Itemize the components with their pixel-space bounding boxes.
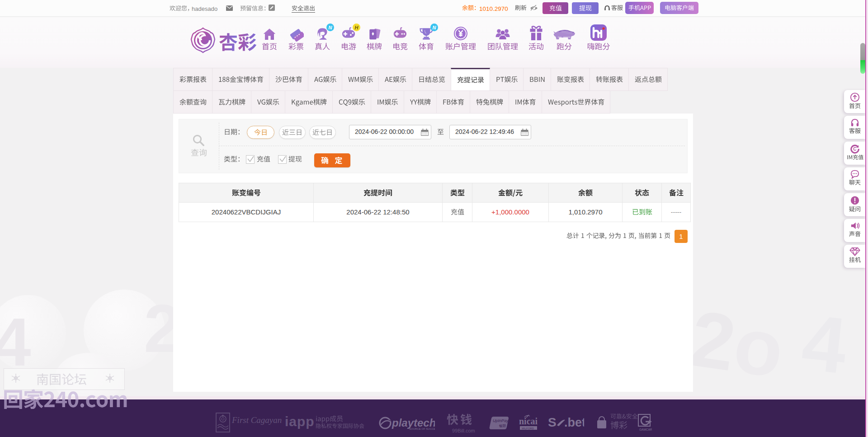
svg-text:C: C	[853, 147, 856, 152]
svg-text:UpInPay: UpInPay	[493, 418, 509, 423]
svg-text:银联: 银联	[499, 424, 506, 428]
svg-text:S: S	[548, 415, 557, 429]
svg-text:MILFORD: MILFORD	[522, 427, 534, 430]
svg-text:GAMCARE: GAMCARE	[639, 428, 652, 431]
svg-text:nicai: nicai	[519, 416, 538, 426]
svg-text:playtech: playtech	[392, 417, 435, 429]
svg-text:.bet: .bet	[564, 416, 584, 429]
svg-text:SOURCE OF SUCCESS: SOURCE OF SUCCESS	[409, 428, 435, 430]
